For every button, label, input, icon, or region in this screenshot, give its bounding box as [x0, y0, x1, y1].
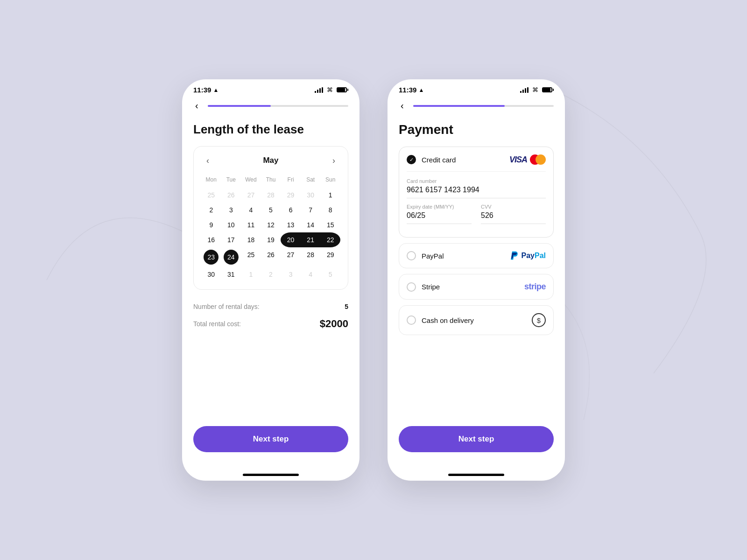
- cal-day[interactable]: 27: [241, 188, 261, 203]
- cal-header-tue: Tue: [221, 175, 241, 188]
- card-details: Card number 9621 6157 1423 1994 Expiry d…: [407, 171, 546, 230]
- cash-left: Cash on delivery: [407, 315, 474, 325]
- cal-day[interactable]: 25: [201, 188, 221, 203]
- calendar-header: ‹ May ›: [201, 154, 340, 167]
- stripe-logo-container: stripe: [524, 282, 546, 292]
- total-cost-row: Total rental cost: $2000: [193, 314, 348, 334]
- cal-day[interactable]: 19: [261, 232, 281, 247]
- cal-day[interactable]: 5: [320, 267, 340, 282]
- cal-day[interactable]: 1: [320, 188, 340, 203]
- cal-day[interactable]: 26: [221, 188, 241, 203]
- cal-day[interactable]: 7: [301, 203, 321, 217]
- card-number-label: Card number: [407, 178, 546, 184]
- cal-day[interactable]: 12: [261, 217, 281, 232]
- nav-bar-1: ‹: [182, 94, 359, 118]
- cal-day[interactable]: 24: [221, 247, 241, 267]
- battery-icon-1: [337, 87, 348, 92]
- cal-header-sun: Sun: [320, 175, 340, 188]
- cal-day[interactable]: 3: [281, 267, 301, 282]
- cal-day[interactable]: 3: [221, 203, 241, 217]
- cal-day[interactable]: 4: [241, 203, 261, 217]
- location-icon-1: ▲: [213, 87, 218, 93]
- cal-header-fri: Fri: [281, 175, 301, 188]
- status-icons-2: ⌘: [520, 86, 554, 93]
- cal-day[interactable]: 10: [221, 217, 241, 232]
- next-step-button-1[interactable]: Next step: [193, 426, 348, 452]
- visa-logo: VISA: [509, 155, 527, 165]
- signal-icon-1: [315, 87, 323, 93]
- paypal-radio[interactable]: [407, 251, 416, 260]
- cal-prev-button[interactable]: ‹: [201, 154, 214, 167]
- stripe-radio[interactable]: [407, 282, 416, 292]
- progress-fill-1: [208, 105, 271, 107]
- next-step-button-2[interactable]: Next step: [399, 426, 554, 452]
- phone-2-content: Payment ✓ Credit card VISA: [388, 118, 565, 466]
- cal-header-mon: Mon: [201, 175, 221, 188]
- cal-day[interactable]: 26: [261, 247, 281, 267]
- rental-days-row: Number of rental days: 5: [193, 299, 348, 314]
- cal-next-button[interactable]: ›: [327, 154, 340, 167]
- cal-day[interactable]: 11: [241, 217, 261, 232]
- back-button-1[interactable]: ‹: [193, 98, 200, 113]
- cal-day[interactable]: 2: [201, 203, 221, 217]
- cal-day[interactable]: 22: [320, 232, 340, 247]
- total-cost-value: $2000: [320, 318, 348, 330]
- signal-icon-2: [520, 87, 529, 93]
- cal-day[interactable]: 31: [221, 267, 241, 282]
- paypal-icon: [510, 251, 519, 260]
- home-indicator-1: [243, 474, 299, 476]
- paypal-logo-container: PayPal: [510, 251, 546, 260]
- cal-day[interactable]: 6: [281, 203, 301, 217]
- cal-day[interactable]: 1: [241, 267, 261, 282]
- cal-day[interactable]: 16: [201, 232, 221, 247]
- payment-option-paypal[interactable]: PayPal PayPal: [399, 243, 554, 268]
- payment-option-cash[interactable]: Cash on delivery $: [399, 305, 554, 335]
- cal-day[interactable]: 29: [320, 247, 340, 267]
- back-button-2[interactable]: ‹: [399, 98, 406, 113]
- cal-day[interactable]: 4: [301, 267, 321, 282]
- cal-day[interactable]: 9: [201, 217, 221, 232]
- stripe-logo: stripe: [524, 282, 546, 292]
- cal-day[interactable]: 14: [301, 217, 321, 232]
- cal-day[interactable]: 8: [320, 203, 340, 217]
- payment-option-stripe[interactable]: Stripe stripe: [399, 274, 554, 300]
- cal-day[interactable]: 20: [281, 232, 301, 247]
- expiry-value: 06/25: [407, 211, 472, 224]
- wifi-icon-1: ⌘: [327, 86, 333, 93]
- cal-day[interactable]: 21: [301, 232, 321, 247]
- screen-title-1: Length of the lease: [193, 122, 348, 137]
- home-indicator-2: [448, 474, 504, 476]
- payment-option-credit-card[interactable]: ✓ Credit card VISA Card number 9621 6157…: [399, 147, 554, 238]
- stripe-left: Stripe: [407, 282, 440, 292]
- cal-day[interactable]: 25: [241, 247, 261, 267]
- cal-day[interactable]: 30: [201, 267, 221, 282]
- cal-day[interactable]: 15: [320, 217, 340, 232]
- status-bar-1: 11:39 ▲ ⌘: [182, 79, 359, 94]
- cal-day[interactable]: 13: [281, 217, 301, 232]
- cal-day[interactable]: 28: [261, 188, 281, 203]
- cal-day[interactable]: 5: [261, 203, 281, 217]
- cash-icon: $: [532, 313, 546, 327]
- card-number-value: 9621 6157 1423 1994: [407, 186, 546, 198]
- cal-header-wed: Wed: [241, 175, 261, 188]
- mastercard-logo: [530, 154, 546, 165]
- cal-day[interactable]: 18: [241, 232, 261, 247]
- cal-day[interactable]: 27: [281, 247, 301, 267]
- cal-month: May: [263, 156, 278, 165]
- total-cost-label: Total rental cost:: [193, 320, 241, 328]
- nav-bar-2: ‹: [388, 94, 565, 118]
- cal-day[interactable]: 30: [301, 188, 321, 203]
- status-bar-2: 11:39 ▲ ⌘: [388, 79, 565, 94]
- credit-card-radio[interactable]: ✓: [407, 155, 416, 164]
- cash-radio[interactable]: [407, 315, 416, 325]
- cal-day[interactable]: 2: [261, 267, 281, 282]
- cal-day[interactable]: 28: [301, 247, 321, 267]
- cal-day[interactable]: 17: [221, 232, 241, 247]
- progress-fill-2: [413, 105, 505, 107]
- location-icon-2: ▲: [418, 87, 424, 93]
- cvv-label: CVV: [481, 204, 546, 210]
- cal-day[interactable]: 29: [281, 188, 301, 203]
- phone-1: 11:39 ▲ ⌘ ‹ Length of the le: [182, 79, 359, 481]
- wifi-icon-2: ⌘: [532, 86, 538, 93]
- cal-day[interactable]: 23: [201, 247, 221, 267]
